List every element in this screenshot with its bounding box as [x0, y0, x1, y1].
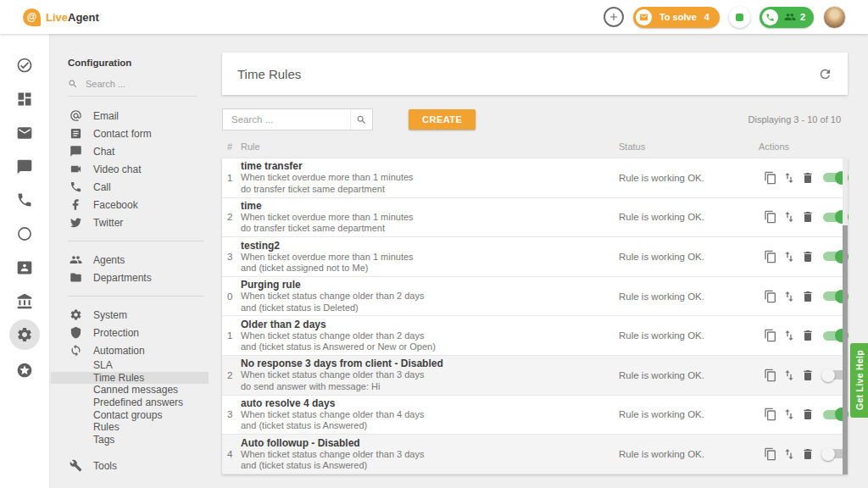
search-submit-button[interactable] — [350, 109, 372, 130]
main-panel: Time Rules CREATE Displaying 3 - 10 of 1… — [222, 53, 848, 474]
to-solve-button[interactable]: To solve 4 — [633, 7, 720, 28]
reorder-rule-button[interactable] — [782, 290, 796, 303]
rule-cell: No response 3 days from client - Disable… — [241, 358, 619, 392]
rule-condition: When ticket status change older than 2 d… — [241, 330, 619, 341]
reorder-rule-button[interactable] — [782, 250, 796, 263]
sidebar-item-tags[interactable]: Tags — [51, 434, 209, 446]
sidebar-item-chat[interactable]: Chat — [51, 142, 209, 160]
rail-item-check-circle[interactable] — [9, 50, 40, 80]
add-button[interactable] — [604, 7, 624, 27]
rail-item-mail[interactable] — [9, 118, 40, 148]
reorder-rule-button[interactable] — [782, 408, 796, 421]
reorder-rule-button[interactable] — [782, 329, 796, 342]
delete-rule-button[interactable] — [801, 210, 815, 224]
envelope-badge — [636, 9, 652, 25]
rule-cell: testing2When ticket overdue more than 1 … — [241, 240, 619, 274]
rule-title[interactable]: testing2 — [241, 240, 619, 252]
calls-button[interactable]: 2 — [760, 7, 814, 28]
rule-title[interactable]: time — [241, 200, 619, 212]
sidebar-item-facebook[interactable]: Facebook — [51, 196, 209, 214]
sidebar-item-label: Automation — [93, 345, 145, 357]
sidebar-item-sla[interactable]: SLA — [51, 359, 209, 372]
sidebar-divider — [68, 296, 204, 297]
sidebar-item-email[interactable]: Email — [51, 107, 209, 125]
sidebar-item-tools[interactable]: Tools — [51, 457, 209, 474]
copy-rule-button[interactable] — [764, 290, 777, 303]
sidebar-item-contact-groups[interactable]: Contact groups — [51, 408, 209, 421]
sidebar-item-system[interactable]: System — [51, 306, 209, 324]
bank-icon — [16, 293, 33, 310]
sidebar-item-rules[interactable]: Rules — [51, 421, 209, 434]
get-live-help-button[interactable]: Get Live Help — [850, 343, 868, 418]
rules-search-input[interactable] — [223, 114, 350, 125]
reorder-rule-button[interactable] — [782, 171, 796, 185]
rule-title[interactable]: Purging rule — [241, 279, 619, 291]
user-avatar[interactable] — [823, 6, 846, 29]
sidebar-item-canned-messages[interactable]: Canned messages — [51, 384, 209, 396]
delete-rule-button[interactable] — [801, 290, 815, 303]
rail-item-star[interactable] — [9, 355, 40, 385]
rule-status: Rule is working OK. — [619, 291, 759, 302]
delete-rule-button[interactable] — [801, 250, 815, 263]
table-scrollbar[interactable] — [843, 158, 848, 474]
sidebar-item-agents[interactable]: Agents — [51, 251, 209, 269]
copy-rule-button[interactable] — [764, 408, 777, 421]
rail-item-contact-card[interactable] — [9, 252, 40, 283]
delete-rule-button[interactable] — [801, 408, 815, 421]
rail-item-phone[interactable] — [9, 185, 40, 215]
copy-rule-button[interactable] — [764, 447, 777, 461]
sidebar-item-contact-form[interactable]: Contact form — [51, 125, 209, 142]
rule-title[interactable]: Auto followup - Disabled — [241, 437, 619, 449]
rules-table: 1time transferWhen ticket overdue more t… — [222, 158, 848, 474]
mail-icon — [16, 125, 33, 141]
copy-rule-button[interactable] — [764, 329, 777, 342]
reorder-rule-button[interactable] — [782, 369, 796, 382]
liveagent-logo[interactable]: @ LiveAgent — [23, 8, 99, 26]
sidebar-item-departments[interactable]: Departments — [51, 269, 209, 286]
to-solve-count: 4 — [704, 12, 709, 22]
chat-status-button[interactable] — [729, 7, 750, 28]
rail-item-ring[interactable] — [9, 219, 40, 249]
reorder-rule-button[interactable] — [782, 210, 796, 224]
copy-rule-button[interactable] — [764, 171, 777, 185]
sidebar-item-predefined-answers[interactable]: Predefined answers — [51, 396, 209, 409]
rule-title[interactable]: auto resolve 4 days — [241, 397, 619, 409]
sync-icon — [70, 344, 82, 357]
folder-icon — [70, 271, 82, 284]
rail-item-chat[interactable] — [9, 152, 40, 182]
sidebar-item-label: Departments — [93, 272, 152, 284]
rail-item-gear[interactable] — [9, 319, 40, 350]
sidebar-item-label: Tools — [93, 460, 117, 472]
sidebar-item-label: System — [93, 309, 127, 321]
copy-rule-button[interactable] — [764, 210, 777, 224]
rule-title[interactable]: time transfer — [241, 160, 619, 172]
delete-rule-button[interactable] — [801, 369, 815, 382]
sidebar-item-automation[interactable]: Automation — [51, 341, 209, 359]
delete-rule-button[interactable] — [801, 171, 815, 185]
delete-rule-button[interactable] — [801, 447, 815, 461]
rule-condition: When ticket status change older than 3 d… — [241, 449, 619, 460]
sidebar-item-label: Rules — [93, 421, 120, 433]
rail-item-bank[interactable] — [9, 286, 40, 317]
sidebar-item-time-rules[interactable]: Time Rules — [51, 372, 209, 385]
copy-rule-button[interactable] — [764, 250, 777, 263]
sidebar-search-field[interactable]: Search ... — [68, 79, 198, 97]
sidebar-item-video-chat[interactable]: Video chat — [51, 160, 209, 178]
sidebar-item-call[interactable]: Call — [51, 178, 209, 196]
copy-rule-button[interactable] — [764, 369, 777, 382]
create-button[interactable]: CREATE — [409, 109, 476, 130]
sidebar-item-twitter[interactable]: Twitter — [51, 214, 209, 231]
rule-status: Rule is working OK. — [619, 252, 759, 262]
phone-icon — [16, 191, 33, 208]
sidebar-item-label: Chat — [93, 146, 114, 158]
reorder-rule-button[interactable] — [782, 447, 796, 461]
refresh-button[interactable] — [818, 67, 832, 81]
delete-rule-button[interactable] — [801, 329, 815, 342]
rail-item-dashboard[interactable] — [9, 84, 40, 114]
rule-title[interactable]: Older than 2 days — [241, 319, 619, 330]
sidebar-item-protection[interactable]: Protection — [51, 324, 209, 341]
configuration-sidebar: Configuration Search ... EmailContact fo… — [51, 34, 209, 488]
rule-condition: When ticket status change older than 2 d… — [241, 291, 619, 302]
rule-title[interactable]: No response 3 days from client - Disable… — [241, 358, 619, 369]
scrollbar-thumb[interactable] — [843, 225, 848, 474]
